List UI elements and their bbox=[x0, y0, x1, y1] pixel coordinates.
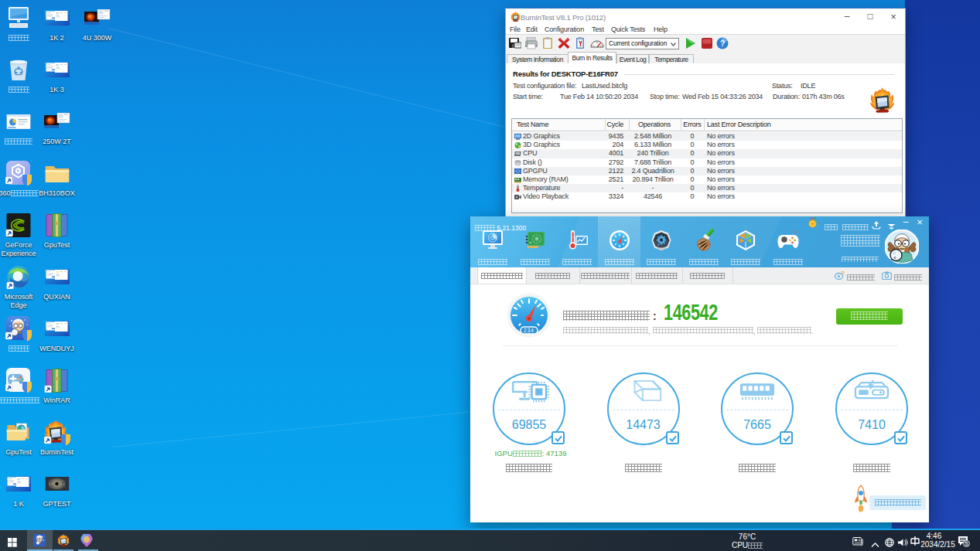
svg-text:234: 234 bbox=[524, 328, 534, 333]
svg-text:?: ? bbox=[720, 39, 725, 48]
